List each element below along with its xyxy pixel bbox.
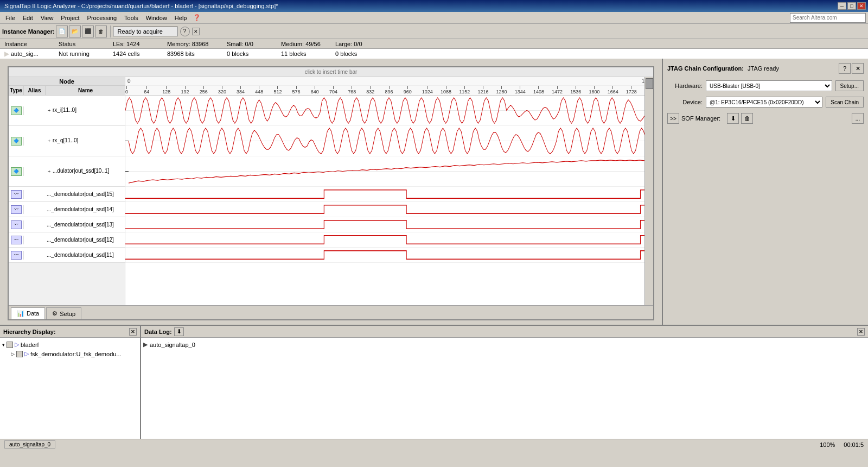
- tab-data[interactable]: 📊 Data: [11, 307, 45, 319]
- instance-large: 0 blocks: [335, 51, 379, 57]
- jtag-device-dropdown[interactable]: @1: EP3C16/EP4CE15 (0x020F20DD): [706, 97, 822, 108]
- instance-small: 0 blocks: [227, 51, 270, 57]
- datalog-icon-btn[interactable]: ⬇: [174, 327, 184, 336]
- stop-btn[interactable]: ⬛: [82, 26, 94, 37]
- jtag-hardware-row: Hardware: USB-Blaster [USB-0] Setup...: [667, 80, 864, 91]
- menu-processing[interactable]: Processing: [84, 14, 120, 22]
- datalog-close-btn[interactable]: ✕: [857, 328, 865, 336]
- signal-row-rx-i[interactable]: 🔷 ＋rx_i[11..0]: [9, 96, 125, 126]
- tab-setup[interactable]: ⚙ Setup: [46, 307, 81, 319]
- signal-row-ssd15[interactable]: 〰 ..._demodulator|out_ssd[15]: [9, 187, 125, 202]
- col-header-status: Status: [59, 41, 102, 47]
- setup-button[interactable]: Setup...: [835, 80, 864, 91]
- sof-program-btn[interactable]: ⬇: [727, 113, 739, 124]
- tree-arrow-bladerf: ▾: [2, 342, 5, 348]
- expand-rx-i[interactable]: ＋: [47, 108, 52, 113]
- jtag-panel: JTAG Chain Configuration: JTAG ready ? ✕…: [662, 59, 868, 325]
- menu-help[interactable]: Help: [171, 14, 190, 22]
- close-button[interactable]: ✕: [857, 2, 866, 10]
- waveform-ruler: 0 1 064128192256320384448512576640704768…: [125, 77, 644, 96]
- signal-row-rx-q[interactable]: 🔷 ＋rx_q[11..0]: [9, 126, 125, 156]
- bit-icon-ssd14: 〰: [11, 205, 22, 214]
- ruler-tick-192: 192: [181, 86, 189, 94]
- tree-label-fsk: fsk_demodulator:U_fsk_demodu...: [30, 351, 122, 357]
- minimize-button[interactable]: ─: [838, 2, 846, 10]
- name-col-header: Name: [46, 86, 125, 95]
- zoom-level: 100%: [820, 441, 835, 448]
- col-header-les: LEs: 1424: [113, 41, 156, 47]
- scroll-thumb[interactable]: [646, 78, 653, 89]
- instance-les: 1424 cells: [113, 51, 156, 57]
- sof-label: SOF Manager:: [681, 115, 725, 122]
- waveform-ssd10: [125, 156, 644, 187]
- menu-edit[interactable]: Edit: [20, 14, 36, 22]
- sig-name-ssd14: ..._demodulator|out_ssd[14]: [46, 206, 125, 212]
- expand-ssd10[interactable]: ＋: [47, 168, 52, 174]
- instance-row[interactable]: ▶ auto_sig... Not running 1424 cells 839…: [0, 49, 868, 59]
- jtag-help-btn[interactable]: ?: [839, 63, 851, 74]
- signal-row-ssd14[interactable]: 〰 ..._demodulator|out_ssd[14]: [9, 202, 125, 217]
- menu-tools[interactable]: Tools: [121, 14, 142, 22]
- instance-table-header: Instance Status LEs: 1424 Memory: 83968 …: [0, 39, 868, 49]
- menu-view[interactable]: View: [37, 14, 57, 22]
- maximize-button[interactable]: □: [847, 2, 856, 10]
- ruler-tick-1536: 1536: [570, 86, 581, 94]
- tree-checkbox-fsk[interactable]: [16, 351, 23, 357]
- jtag-hardware-label: Hardware:: [667, 83, 703, 89]
- sig-name-ssd13: ..._demodulator|out_ssd[13]: [46, 222, 125, 228]
- tree-item-bladerf[interactable]: ▾ ▷ bladerf: [2, 340, 138, 349]
- ruler-tick-512: 512: [273, 86, 282, 94]
- toolbar-close-btn[interactable]: ✕: [192, 28, 200, 35]
- hierarchy-panel: Hierarchy Display: ✕ ▾ ▷ bladerf ▷ ▷ fsk…: [0, 326, 141, 439]
- hierarchy-close-btn[interactable]: ✕: [129, 328, 137, 336]
- expand-rx-q[interactable]: ＋: [47, 138, 52, 143]
- new-instance-btn[interactable]: 📄: [56, 26, 68, 37]
- signal-row-ssd13[interactable]: 〰 ..._demodulator|out_ssd[13]: [9, 217, 125, 232]
- wave-svg-ssd13: [125, 217, 644, 232]
- tree-item-fsk[interactable]: ▷ ▷ fsk_demodulator:U_fsk_demodu...: [2, 349, 138, 358]
- sof-delete-btn[interactable]: 🗑: [741, 113, 753, 124]
- jtag-status-text: JTAG ready: [748, 65, 779, 72]
- search-input[interactable]: [790, 13, 866, 23]
- datalog-title-row: Data Log: ⬇: [144, 327, 184, 336]
- vertical-scrollbar[interactable]: [644, 77, 653, 305]
- jtag-header-buttons: ? ✕: [839, 63, 864, 74]
- bit-icon-ssd12: 〰: [11, 236, 22, 244]
- datalog-item-0[interactable]: ▶ auto_signaltap_0: [143, 340, 866, 349]
- jtag-hardware-dropdown[interactable]: USB-Blaster [USB-0]: [706, 80, 832, 91]
- timebar-hint[interactable]: click to insert time bar: [9, 67, 653, 77]
- setup-tab-label: Setup: [60, 311, 75, 317]
- node-header: Node: [9, 77, 125, 86]
- sig-type-rx-i: 🔷: [9, 106, 24, 115]
- waveform-ssd13: [125, 217, 644, 232]
- tree-checkbox-bladerf[interactable]: [7, 342, 13, 348]
- delete-btn[interactable]: 🗑: [95, 26, 107, 37]
- hierarchy-content: ▾ ▷ bladerf ▷ ▷ fsk_demodulator:U_fsk_de…: [0, 338, 140, 439]
- col-header-medium: Medium: 49/56: [281, 41, 324, 47]
- signal-row-ssd12[interactable]: 〰 ..._demodulator|out_ssd[12]: [9, 232, 125, 248]
- status-right: 100% 00:01:5: [820, 441, 864, 448]
- sig-type-ssd15: 〰: [9, 190, 24, 199]
- ruler-tick-1088: 1088: [441, 86, 451, 94]
- signal-row-ssd10[interactable]: 🔷 ＋...dulator|out_ssd[10..1]: [9, 156, 125, 187]
- menu-project[interactable]: Project: [58, 14, 82, 22]
- status-tab[interactable]: auto_signaltap_0: [4, 440, 55, 449]
- menu-window[interactable]: Window: [143, 14, 170, 22]
- waveform-rx-i: [125, 96, 644, 126]
- time-display: 00:01:5: [844, 441, 864, 448]
- open-btn[interactable]: 📂: [69, 26, 81, 37]
- ruler-tick-640: 640: [311, 86, 319, 94]
- help-button[interactable]: ?: [180, 27, 190, 36]
- jtag-close-btn[interactable]: ✕: [852, 63, 864, 74]
- scan-chain-button[interactable]: Scan Chain: [826, 97, 864, 108]
- bus-icon-ssd10: 🔷: [11, 167, 22, 176]
- signal-row-ssd11[interactable]: 〰 ..._demodulator|out_ssd[11]: [9, 248, 125, 263]
- wave-svg-rx-i: [125, 96, 644, 125]
- sof-more-btn[interactable]: ...: [852, 113, 864, 124]
- ruler-tick-1344: 1344: [515, 86, 526, 94]
- sof-arrow-btn[interactable]: >>: [667, 113, 679, 124]
- bit-icon-ssd13: 〰: [11, 220, 22, 229]
- menu-file[interactable]: File: [2, 14, 18, 22]
- analyzer-panel: click to insert time bar Node Type Alias…: [0, 59, 662, 325]
- sig-type-ssd13: 〰: [9, 220, 24, 229]
